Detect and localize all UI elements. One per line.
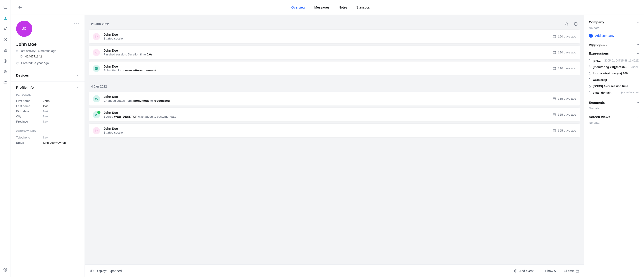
back-button[interactable] — [17, 4, 23, 11]
event-actor: John Doe — [104, 111, 549, 115]
svg-rect-6 — [5, 50, 6, 52]
panel-toggle-icon[interactable] — [3, 5, 8, 10]
play-icon — [93, 33, 100, 40]
expression-row[interactable]: fx[SNRS] AVG session time — [589, 83, 640, 89]
expressions-toggle[interactable]: Expressions — [589, 51, 640, 55]
timeline-column: 28 Jun 2022John DoeStarted session190 da… — [85, 15, 584, 277]
expression-row[interactable]: fxCzas sesji — [589, 77, 640, 83]
tab-overview[interactable]: Overview — [291, 6, 306, 9]
filter-icon — [540, 269, 543, 273]
tab-statistics[interactable]: Statistics — [356, 6, 370, 9]
profile-panel: JD ••• John Doe Last activity: 6 months … — [11, 15, 85, 277]
timeline-search-button[interactable] — [564, 22, 568, 26]
expression-name: [monitoring 2.0][thresholds] — [593, 65, 629, 69]
event-time: 365 days ago — [553, 113, 576, 116]
profile-info-toggle[interactable]: Profile info — [16, 86, 79, 89]
field-label: City — [16, 115, 43, 118]
add-event-button[interactable]: Add event — [514, 269, 534, 273]
aggregates-toggle[interactable]: Aggregates — [589, 43, 640, 47]
more-options-button[interactable]: ••• — [74, 22, 80, 26]
event-description: Started session — [104, 37, 549, 40]
person-add-icon: + — [93, 111, 100, 118]
company-nodata: No data — [589, 26, 640, 30]
event-card[interactable]: John DoeStarted session365 days ago — [89, 124, 580, 137]
all-time-label: All time — [564, 269, 574, 273]
event-description: Finished session. Duration time 0.0s — [104, 53, 549, 56]
expression-row[interactable]: fxLiczba wizyt powyżej 100 — [589, 70, 640, 77]
field-value: John — [43, 99, 79, 103]
event-description: Changed status from anonymous to recogni… — [104, 99, 549, 102]
add-company-button[interactable]: + Add company — [589, 34, 640, 38]
company-section: Company No data + Add company — [584, 17, 644, 40]
svg-rect-18 — [553, 36, 556, 38]
chevron-up-icon — [636, 21, 640, 24]
expression-value: (none) — [632, 66, 640, 69]
assets-icon[interactable] — [3, 80, 8, 85]
campaigns-icon[interactable] — [3, 27, 8, 31]
last-activity-label: Last activity: — [20, 49, 36, 53]
revenue-icon[interactable] — [3, 59, 8, 63]
play-icon — [93, 127, 100, 134]
event-card[interactable]: John DoeFinished session. Duration time … — [89, 46, 580, 59]
calendar-icon — [553, 51, 556, 54]
svg-marker-43 — [96, 130, 97, 131]
event-time: 190 days ago — [553, 35, 576, 38]
event-card[interactable]: John DoeChanged status from anonymous to… — [89, 92, 580, 106]
calendar-icon — [576, 269, 579, 273]
segments-title: Segments — [589, 101, 605, 104]
field-value: john.doe@syneri... — [43, 141, 79, 144]
tab-messages[interactable]: Messages — [314, 6, 330, 9]
screen-views-toggle[interactable]: Screen views — [589, 115, 640, 119]
chevron-up-icon — [76, 86, 79, 89]
calendar-icon — [553, 129, 556, 132]
calendar-icon — [553, 35, 556, 38]
profile-field: First nameJohn — [16, 98, 79, 104]
clock-icon — [16, 62, 19, 65]
timeline-scroll[interactable]: 28 Jun 2022John DoeStarted session190 da… — [85, 15, 584, 264]
created-label: Created: — [21, 61, 33, 65]
expression-row[interactable]: fxemail domain(synerise.com) — [589, 89, 640, 96]
tab-notes[interactable]: Notes — [338, 6, 347, 9]
event-card[interactable]: John DoeSubmitted form newsletter-agreem… — [89, 62, 580, 75]
event-body: John DoeFinished session. Duration time … — [104, 49, 549, 56]
svg-point-9 — [4, 71, 6, 73]
expression-value: (synerise.com) — [621, 91, 640, 94]
event-description: Submitted form newsletter-agreement — [104, 69, 549, 72]
automation-icon[interactable] — [3, 37, 8, 42]
profile-field: TelephoneN/A — [16, 135, 79, 140]
field-value: N/A — [43, 110, 79, 113]
field-value: N/A — [43, 136, 79, 139]
timeline-refresh-button[interactable] — [574, 22, 578, 26]
event-card[interactable]: John DoeStarted session190 days ago — [89, 30, 580, 43]
settings-icon[interactable] — [3, 267, 8, 272]
devices-toggle[interactable]: Devices — [16, 73, 79, 77]
field-label: Email — [16, 141, 43, 144]
nav-rail — [0, 0, 11, 277]
expression-value: (2005-01-04T15:48:11.402Z) — [604, 59, 640, 62]
event-card[interactable]: +John DoeSource WEB_DESKTOP was added to… — [89, 108, 580, 121]
display-mode[interactable]: Display: Expanded — [90, 269, 122, 273]
field-value: N/A — [43, 115, 79, 118]
company-toggle[interactable]: Company — [589, 20, 640, 24]
svg-point-2 — [5, 17, 6, 18]
analytics-icon[interactable] — [3, 48, 8, 53]
contact-label: CONTACT INFO — [16, 130, 79, 133]
tab-group: OverviewMessagesNotesStatistics — [23, 6, 638, 9]
svg-point-12 — [5, 269, 6, 270]
show-all-button[interactable]: Show All — [540, 269, 557, 273]
status-dot-icon — [16, 50, 18, 52]
created: Created: a year ago — [16, 61, 79, 65]
profile-field: CityN/A — [16, 114, 79, 119]
event-description: Source WEB_DESKTOP was added to customer… — [104, 115, 549, 118]
search-hub-icon[interactable] — [3, 70, 8, 74]
event-time: 190 days ago — [553, 67, 576, 70]
svg-point-38 — [96, 114, 97, 115]
personal-label: PERSONAL — [16, 93, 79, 96]
eye-icon — [90, 269, 94, 273]
profiles-icon[interactable] — [3, 16, 8, 20]
profile-field: Birth dateN/A — [16, 109, 79, 114]
expression-row[interactable]: fx[snr...(2005-01-04T15:48:11.402Z) — [589, 58, 640, 64]
expression-row[interactable]: fx[monitoring 2.0][thresholds](none) — [589, 64, 640, 70]
all-time-button[interactable]: All time — [564, 269, 579, 273]
segments-toggle[interactable]: Segments — [589, 101, 640, 104]
